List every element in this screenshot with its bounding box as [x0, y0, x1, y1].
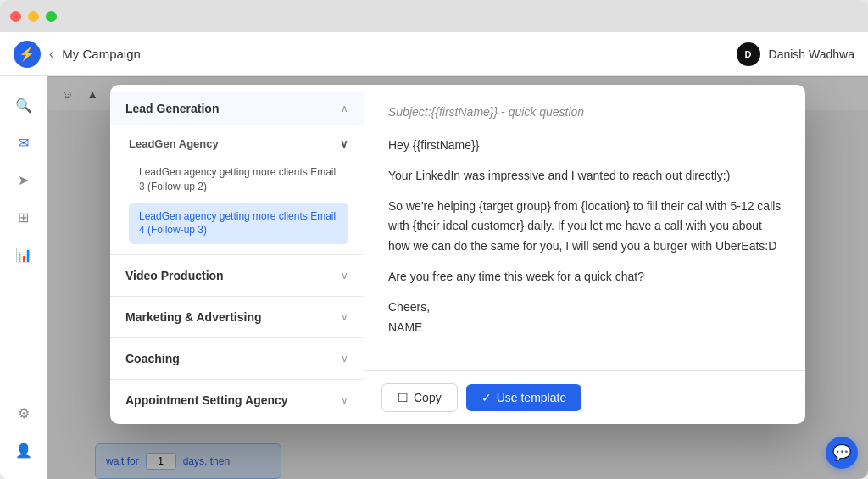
modal-overlay: Lead Generation ∧ LeadGen Agency ∨ LeadG… — [47, 76, 868, 479]
campaign-title: My Campaign — [62, 47, 141, 61]
chevron-down-icon-2: ∨ — [341, 270, 348, 281]
category-lead-generation[interactable]: Lead Generation ∧ — [110, 92, 364, 125]
chevron-down-icon-3: ∨ — [341, 311, 348, 323]
copy-button[interactable]: ☐ Copy — [381, 383, 458, 412]
app-area: ⚡ ‹ My Campaign D Danish Wadhwa 🔍 ✉ ➤ ⊞ … — [0, 32, 868, 479]
category-coaching[interactable]: Coaching ∨ — [110, 342, 364, 376]
use-template-button[interactable]: ✓ Use template — [466, 384, 581, 411]
email-subject: Subject:{{firstName}} - quick question — [388, 105, 782, 119]
chevron-up-icon: ∧ — [341, 103, 348, 114]
subcategory-leadgen-agency-header[interactable]: LeadGen Agency ∨ — [129, 131, 348, 157]
email-para-4: Are you free any time this week for a qu… — [388, 267, 782, 287]
template-item-4[interactable]: LeadGen agency getting more clients Emai… — [129, 203, 348, 245]
category-marketing-title: Marketing & Advertising — [125, 310, 262, 324]
icon-sidebar: 🔍 ✉ ➤ ⊞ 📊 ⚙ 👤 — [0, 76, 47, 479]
subcategory-leadgen-agency: LeadGen Agency ∨ LeadGen agency getting … — [110, 125, 364, 251]
template-modal: Lead Generation ∧ LeadGen Agency ∨ LeadG… — [110, 85, 805, 424]
search-sidebar-btn[interactable]: 🔍 — [8, 90, 39, 120]
chevron-down-icon-4: ∨ — [341, 353, 348, 365]
divider-2 — [110, 296, 364, 297]
category-lead-generation-title: Lead Generation — [125, 102, 219, 115]
category-appointment[interactable]: Appointment Setting Agency ∨ — [110, 383, 364, 417]
user-name: Danish Wadhwa — [769, 47, 854, 61]
chart-sidebar-btn[interactable]: 📊 — [8, 239, 39, 270]
modal-email-content: Subject:{{firstName}} - quick question H… — [364, 85, 805, 424]
app-logo: ⚡ — [14, 41, 41, 68]
divider-4 — [110, 379, 364, 380]
nav-left: ⚡ ‹ My Campaign — [14, 41, 737, 68]
grid-sidebar-btn[interactable]: ⊞ — [8, 202, 39, 232]
email-para-1: Hey {{firstName}} — [388, 136, 782, 156]
user-avatar: D — [737, 42, 760, 66]
chevron-down-icon-5: ∨ — [341, 394, 348, 406]
category-video-production-title: Video Production — [125, 269, 224, 282]
top-nav: ⚡ ‹ My Campaign D Danish Wadhwa — [0, 32, 868, 76]
use-template-label: Use template — [497, 391, 566, 404]
send-sidebar-btn[interactable]: ➤ — [8, 164, 39, 195]
email-preview: Subject:{{firstName}} - quick question H… — [364, 85, 805, 370]
copy-label: Copy — [414, 391, 442, 404]
email-para-2: Your LinkedIn was impressive and I wante… — [388, 166, 782, 187]
chat-bubble-button[interactable]: 💬 — [826, 437, 858, 469]
titlebar — [0, 0, 868, 32]
category-appointment-title: Appointment Setting Agency — [125, 393, 288, 407]
modal-sidebar[interactable]: Lead Generation ∧ LeadGen Agency ∨ LeadG… — [110, 85, 364, 424]
email-para-5: Cheers, NAME — [388, 298, 782, 338]
divider-1 — [110, 254, 364, 255]
divider-3 — [110, 337, 364, 338]
settings-sidebar-btn[interactable]: ⚙ — [8, 398, 39, 428]
back-button[interactable]: ‹ — [49, 47, 53, 62]
subcategory-leadgen-agency-label: LeadGen Agency — [129, 137, 219, 150]
email-para-3: So we're helping {target group} from {lo… — [388, 197, 782, 257]
app-window: ⚡ ‹ My Campaign D Danish Wadhwa 🔍 ✉ ➤ ⊞ … — [0, 0, 868, 479]
modal-footer: ☐ Copy ✓ Use template — [364, 370, 805, 424]
maximize-button[interactable] — [46, 11, 57, 22]
main-content: wait for days, then Lead Generation ∧ — [47, 76, 868, 479]
content-area: 🔍 ✉ ➤ ⊞ 📊 ⚙ 👤 wait for days, then — [0, 76, 868, 479]
close-button[interactable] — [10, 11, 21, 22]
check-icon: ✓ — [481, 391, 492, 404]
category-video-production[interactable]: Video Production ∨ — [110, 259, 364, 292]
email-body: Hey {{firstName}} Your LinkedIn was impr… — [388, 136, 782, 337]
chevron-down-icon: ∨ — [340, 137, 348, 150]
category-marketing[interactable]: Marketing & Advertising ∨ — [110, 300, 364, 334]
minimize-button[interactable] — [28, 11, 39, 22]
template-item-3[interactable]: LeadGen agency getting more clients Emai… — [129, 159, 348, 201]
email-sidebar-btn[interactable]: ✉ — [8, 127, 39, 158]
category-coaching-title: Coaching — [125, 352, 180, 365]
copy-icon: ☐ — [398, 391, 409, 404]
user-sidebar-btn[interactable]: 👤 — [8, 435, 39, 465]
nav-right: D Danish Wadhwa — [737, 42, 854, 66]
